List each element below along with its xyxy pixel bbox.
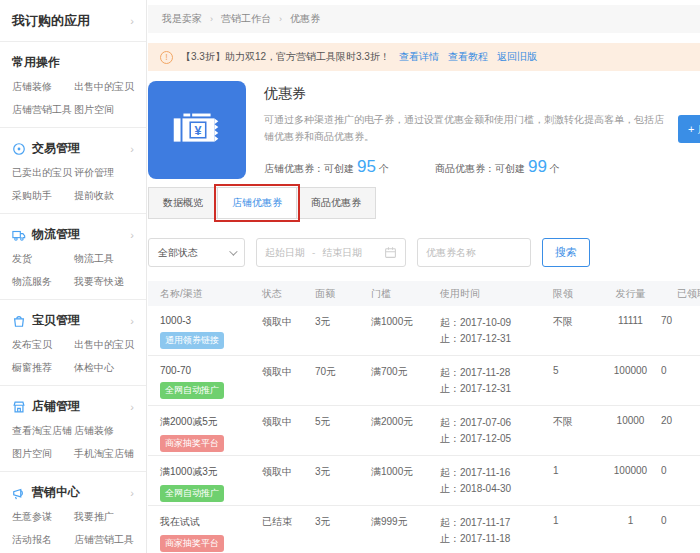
sidebar-link[interactable]: 我要寄快递 (74, 275, 134, 289)
limit-cell: 1 (553, 515, 606, 552)
sidebar-link[interactable]: 提前收款 (74, 189, 134, 203)
sidebar-link[interactable]: 店铺营销工具 (74, 533, 134, 547)
banner-link[interactable]: 返回旧版 (497, 51, 537, 62)
coupon-name-cell: 1000-3通用领券链接 (160, 315, 262, 349)
app-header: ¥ 优惠券 可通过多种渠道推广的电子券，通过设置优惠金额和使用门槛，刺激转化提高… (148, 81, 700, 179)
use-time-cell: 起：2017-07-06止：2017-12-05 (440, 415, 553, 452)
sidebar-section-title-marketing[interactable]: 营销中心› (12, 484, 134, 501)
sidebar-header-my-apps[interactable]: 我订购的应用 › (0, 0, 146, 41)
end-time: 止：2017-12-31 (440, 381, 553, 397)
sidebar-link[interactable]: 出售中的宝贝 (74, 80, 134, 94)
sidebar-link[interactable]: 发货 (12, 252, 72, 266)
item-icon (12, 314, 26, 328)
sidebar-link[interactable]: 生意参谋 (12, 510, 72, 524)
coupon-name[interactable]: 我在试试 (160, 515, 262, 529)
limit-cell: 5 (553, 365, 606, 399)
create-shop-coupon-button[interactable]: + 店铺优惠券 (678, 115, 700, 143)
shop-icon (12, 400, 26, 414)
limit-cell: 不限 (553, 315, 606, 349)
sidebar-link[interactable]: 图片空间 (74, 103, 134, 117)
status-cell: 领取中 (262, 415, 315, 452)
sidebar-link[interactable]: 发布宝贝 (12, 338, 72, 352)
item-coupon-count: 商品优惠券：可创建99个 (435, 157, 560, 177)
column-header: 发行量 (606, 287, 655, 301)
sidebar-section-shop: 店铺管理›查看淘宝店铺店铺装修图片空间手机淘宝店铺 (0, 386, 146, 471)
sidebar-link[interactable]: 图片空间 (12, 447, 72, 461)
amount-cell: 3元 (315, 465, 371, 502)
sidebar-link[interactable]: 店铺装修 (74, 424, 134, 438)
claimed-cell: 0 (655, 465, 700, 502)
sidebar-link[interactable]: 体检中心 (74, 361, 134, 375)
tab-店铺优惠券[interactable]: 店铺优惠券 (217, 187, 297, 219)
sidebar-link[interactable]: 物流工具 (74, 252, 134, 266)
item-coupon-count-number: 99 (528, 157, 547, 176)
coupon-name[interactable]: 700-70 (160, 365, 262, 376)
use-time-cell: 起：2017-11-28止：2017-12-31 (440, 365, 553, 399)
coupon-name[interactable]: 满1000减3元 (160, 465, 262, 479)
breadcrumb-item[interactable]: 营销工作台 (221, 12, 271, 26)
start-date-placeholder[interactable]: 起始日期 (265, 246, 305, 260)
sidebar-link[interactable]: 我要推广 (74, 510, 134, 524)
sidebar-section-title-trade[interactable]: 交易管理› (12, 140, 134, 157)
issued-cell: 100000 (606, 365, 655, 399)
column-header: 状态 (262, 287, 315, 301)
svg-text:¥: ¥ (194, 124, 201, 138)
issued-cell: 11111 (606, 315, 655, 349)
sidebar-section-item: 宝贝管理›发布宝贝出售中的宝贝橱窗推荐体检中心 (0, 300, 146, 385)
sidebar-link[interactable]: 出售中的宝贝 (74, 338, 134, 352)
chevron-right-icon: › (130, 229, 134, 241)
coupon-name-cell: 我在试试商家抽奖平台 (160, 515, 262, 552)
sidebar-link[interactable]: 已卖出的宝贝 (12, 166, 72, 180)
sidebar-link[interactable]: 采购助手 (12, 189, 72, 203)
coupon-name[interactable]: 满2000减5元 (160, 415, 262, 429)
info-icon: ! (160, 51, 173, 64)
coupon-name-cell: 满1000减3元全网自动推广 (160, 465, 262, 502)
date-separator: - (312, 247, 315, 258)
column-header: 面额 (315, 287, 371, 301)
table-row: 满1000减3元全网自动推广领取中3元满1000元起：2017-11-16止：2… (148, 456, 700, 506)
tab-数据概览[interactable]: 数据概览 (148, 187, 218, 219)
sidebar-link[interactable]: 手机淘宝店铺 (74, 447, 134, 461)
chevron-right-icon: › (130, 143, 134, 155)
banner-link[interactable]: 查看教程 (448, 51, 488, 62)
tab-商品优惠券[interactable]: 商品优惠券 (296, 187, 376, 219)
shop-coupon-count-number: 95 (357, 157, 376, 176)
sidebar-link[interactable]: 查看淘宝店铺 (12, 424, 72, 438)
sidebar-section-title-logistics[interactable]: 物流管理› (12, 226, 134, 243)
sidebar-link[interactable]: 店铺营销工具 (12, 103, 72, 117)
sidebar-section-title-item[interactable]: 宝贝管理› (12, 312, 134, 329)
coupon-name-input[interactable] (417, 238, 531, 267)
calendar-icon (384, 246, 397, 259)
sidebar-link[interactable]: 店铺装修 (12, 80, 72, 94)
use-time-cell: 起：2017-11-16止：2018-04-30 (440, 465, 553, 502)
start-time: 起：2017-11-16 (440, 465, 553, 481)
sidebar-section-common-ops: 常用操作店铺装修出售中的宝贝店铺营销工具图片空间 (0, 42, 146, 127)
search-button[interactable]: 搜索 (542, 238, 590, 267)
end-date-placeholder[interactable]: 结束日期 (322, 246, 362, 260)
threshold-cell: 满2000元 (371, 415, 440, 452)
issued-cell: 10000 (606, 415, 655, 452)
column-header: 已领取 (655, 287, 700, 301)
table-row: 1000-3通用领券链接领取中3元满1000元起：2017-10-09止：201… (148, 306, 700, 356)
sidebar-link[interactable]: 橱窗推荐 (12, 361, 72, 375)
annotation-highlight-box (214, 184, 300, 222)
sidebar-link[interactable]: 物流服务 (12, 275, 72, 289)
threshold-cell: 满1000元 (371, 315, 440, 349)
sidebar-link[interactable]: 评价管理 (74, 166, 134, 180)
banner-link[interactable]: 查看详情 (399, 51, 439, 62)
sidebar-section-title-shop[interactable]: 店铺管理› (12, 398, 134, 415)
status-cell: 领取中 (262, 365, 315, 399)
status-cell: 领取中 (262, 315, 315, 349)
coupon-name-cell: 700-70全网自动推广 (160, 365, 262, 399)
breadcrumb-item[interactable]: 优惠券 (290, 12, 320, 26)
channel-badge: 全网自动推广 (160, 485, 224, 502)
table-row: 满2000减5元商家抽奖平台领取中5元满2000元起：2017-07-06止：2… (148, 406, 700, 456)
breadcrumb-item[interactable]: 我是卖家 (162, 12, 202, 26)
sidebar-section-label: 常用操作 (12, 54, 134, 71)
sidebar-link[interactable]: 活动报名 (12, 533, 72, 547)
status-select[interactable]: 全部状态 (148, 238, 245, 267)
sidebar-links: 查看淘宝店铺店铺装修图片空间手机淘宝店铺 (12, 424, 134, 465)
date-range-input[interactable]: 起始日期 - 结束日期 (256, 238, 406, 267)
column-header: 限领 (553, 287, 606, 301)
coupon-name[interactable]: 1000-3 (160, 315, 262, 326)
